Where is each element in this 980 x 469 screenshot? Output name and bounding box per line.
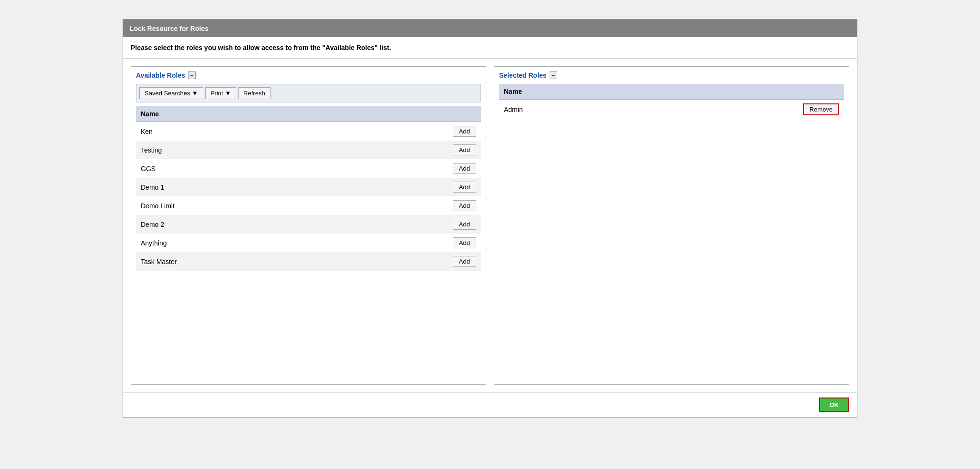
selected-roles-collapse-icon[interactable]: − bbox=[550, 71, 557, 79]
available-roles-collapse-icon[interactable]: − bbox=[188, 71, 196, 79]
table-row: Testing Add bbox=[136, 141, 481, 159]
available-roles-toolbar: Saved Searches ▼ Print ▼ Refresh bbox=[136, 84, 481, 102]
table-row: Admin Remove bbox=[499, 100, 844, 120]
add-button[interactable]: Add bbox=[453, 256, 476, 267]
role-name-cell: Testing bbox=[136, 141, 448, 159]
add-cell: Add bbox=[448, 234, 481, 252]
table-row: Demo Limit Add bbox=[136, 196, 481, 215]
remove-cell: Remove bbox=[798, 100, 844, 120]
print-button[interactable]: Print ▼ bbox=[205, 87, 236, 99]
dialog-title-bar: Lock Resource for Roles bbox=[123, 20, 857, 37]
add-button[interactable]: Add bbox=[453, 200, 476, 211]
available-roles-title: Available Roles − bbox=[136, 71, 481, 79]
lock-resource-dialog: Lock Resource for Roles Please select th… bbox=[123, 19, 857, 418]
add-cell: Add bbox=[448, 159, 481, 178]
dialog-body: Available Roles − Saved Searches ▼ Print… bbox=[123, 59, 857, 392]
available-roles-table: Name Ken Add Testing Add GGS Add Demo 1 bbox=[136, 106, 481, 271]
add-cell: Add bbox=[448, 122, 481, 141]
selected-roles-header-row: Name bbox=[499, 84, 844, 100]
table-row: GGS Add bbox=[136, 159, 481, 178]
role-name-cell: Demo Limit bbox=[136, 196, 448, 215]
add-button[interactable]: Add bbox=[453, 237, 476, 248]
saved-searches-button[interactable]: Saved Searches ▼ bbox=[139, 87, 203, 99]
available-roles-header-row: Name bbox=[136, 106, 481, 122]
role-name-cell: Ken bbox=[136, 122, 448, 141]
dialog-title: Lock Resource for Roles bbox=[130, 25, 209, 32]
selected-role-name-cell: Admin bbox=[499, 100, 798, 120]
role-name-cell: Demo 2 bbox=[136, 215, 448, 234]
selected-roles-table: Name Admin Remove bbox=[499, 84, 844, 119]
add-button[interactable]: Add bbox=[453, 182, 476, 193]
available-roles-panel: Available Roles − Saved Searches ▼ Print… bbox=[131, 66, 486, 385]
add-button[interactable]: Add bbox=[453, 126, 476, 137]
table-row: Anything Add bbox=[136, 234, 481, 252]
add-cell: Add bbox=[448, 252, 481, 271]
add-cell: Add bbox=[448, 141, 481, 159]
table-row: Demo 2 Add bbox=[136, 215, 481, 234]
selected-roles-title: Selected Roles − bbox=[499, 71, 844, 79]
table-row: Demo 1 Add bbox=[136, 178, 481, 196]
instruction-text: Please select the roles you wish to allo… bbox=[131, 44, 391, 51]
available-roles-action-header bbox=[448, 106, 481, 122]
dialog-instruction: Please select the roles you wish to allo… bbox=[123, 37, 857, 59]
add-cell: Add bbox=[448, 178, 481, 196]
dialog-footer: OK bbox=[123, 392, 857, 417]
ok-button[interactable]: OK bbox=[819, 398, 850, 412]
refresh-button[interactable]: Refresh bbox=[238, 87, 271, 99]
add-button[interactable]: Add bbox=[453, 144, 476, 155]
selected-roles-name-header: Name bbox=[499, 84, 798, 100]
role-name-cell: Demo 1 bbox=[136, 178, 448, 196]
selected-roles-action-header bbox=[798, 84, 844, 100]
role-name-cell: Task Master bbox=[136, 252, 448, 271]
selected-roles-label: Selected Roles bbox=[499, 71, 547, 79]
table-row: Ken Add bbox=[136, 122, 481, 141]
remove-button[interactable]: Remove bbox=[803, 103, 839, 115]
available-roles-name-header: Name bbox=[136, 106, 448, 122]
add-button[interactable]: Add bbox=[453, 163, 476, 174]
table-row: Task Master Add bbox=[136, 252, 481, 271]
add-cell: Add bbox=[448, 215, 481, 234]
role-name-cell: GGS bbox=[136, 159, 448, 178]
add-button[interactable]: Add bbox=[453, 219, 476, 230]
role-name-cell: Anything bbox=[136, 234, 448, 252]
available-roles-label: Available Roles bbox=[136, 71, 185, 79]
add-cell: Add bbox=[448, 196, 481, 215]
selected-roles-panel: Selected Roles − Name Admin Remove bbox=[494, 66, 849, 385]
